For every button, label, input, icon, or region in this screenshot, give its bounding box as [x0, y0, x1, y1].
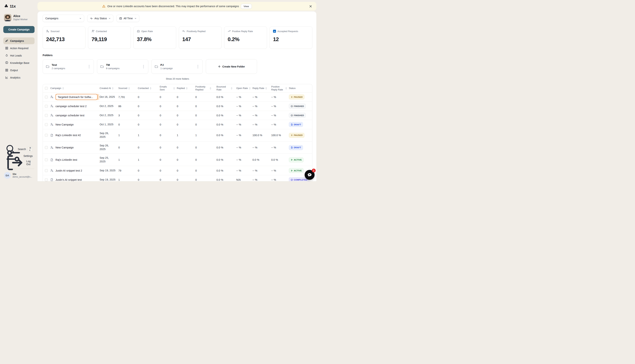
- campaign-filter-value: Campaigns: [45, 17, 58, 20]
- row-checkbox[interactable]: [45, 96, 48, 98]
- positively-replied-value: 0: [195, 169, 215, 172]
- sidebar-item-action-required[interactable]: Action Required: [3, 45, 35, 52]
- row-checkbox[interactable]: [45, 178, 48, 181]
- column-header-positive-reply-rate[interactable]: Positive Reply Rate: [271, 85, 289, 91]
- stat-value: 0.2%: [228, 36, 264, 42]
- emails-sent-value: 0: [160, 158, 175, 161]
- positively-replied-value: 0: [195, 158, 215, 161]
- column-header-open-rate[interactable]: Open Rate: [236, 87, 253, 90]
- account-org: 11x: [13, 173, 32, 176]
- sidebar-item-hot-leads[interactable]: Hot Leads: [3, 52, 35, 59]
- campaign-name-input[interactable]: [56, 94, 98, 100]
- stat-label: Positively Replied: [187, 30, 205, 33]
- table-row[interactable]: Raj's LinkedIn testSep 25, 2025110000.0 …: [43, 154, 312, 166]
- folder-card-tm[interactable]: TM 8 campaigns: [97, 59, 148, 74]
- create-campaign-button[interactable]: Create Campaign: [3, 26, 35, 33]
- column-header-contacted[interactable]: Contacted: [138, 87, 160, 90]
- positively-replied-value: 0: [195, 96, 215, 98]
- table-row[interactable]: campaign scheduler test 2Oct 2, 20258600…: [43, 102, 312, 111]
- contacted-value: 0: [138, 105, 158, 108]
- row-checkbox[interactable]: [45, 114, 48, 117]
- contacted-value: 0: [138, 178, 158, 181]
- worker-role: Digital Worker: [13, 18, 28, 21]
- create-new-folder-button[interactable]: Create New Folder: [206, 59, 257, 74]
- emails-sent-value: 0: [160, 146, 175, 149]
- row-checkbox[interactable]: [45, 146, 48, 149]
- table-row[interactable]: Raj's LinkedIn test #2Sep 26, 2025110110…: [43, 129, 312, 142]
- column-header-reply-rate[interactable]: Reply Rate: [253, 87, 271, 90]
- open-rate-value: -- %: [236, 158, 251, 161]
- folder-menu-button[interactable]: [141, 64, 145, 69]
- linkedin-warning-banner: One or more LinkedIn accounts have been …: [38, 2, 316, 11]
- time-filter-dropdown[interactable]: All Time: [116, 15, 139, 22]
- column-header-replied[interactable]: Replied: [177, 87, 195, 90]
- logo-text: 11x: [10, 4, 16, 8]
- status-badge: FINISHED: [289, 104, 306, 108]
- table-body: Oct 16, 20257,79100000.0 %-- %-- %-- %PA…: [43, 92, 312, 181]
- table-row[interactable]: New CampaignSep 26, 2025000000.0 %-- %--…: [43, 142, 312, 154]
- reply-rate-value: -- %: [253, 169, 270, 172]
- row-checkbox[interactable]: [45, 158, 48, 161]
- bounced-rate-value: 0.0 %: [217, 158, 235, 161]
- table-row[interactable]: Justin's AI snippet testSep 19, 20251000…: [43, 175, 312, 181]
- created-at-value: Oct 1, 2025: [100, 123, 117, 126]
- positive-reply-rate-value: -- %: [271, 123, 287, 126]
- linkedin-icon: in: [273, 30, 276, 33]
- person-search-icon: [50, 114, 54, 117]
- campaign-filter-dropdown[interactable]: Campaigns: [43, 15, 84, 22]
- banner-close-button[interactable]: [309, 4, 312, 8]
- row-checkbox[interactable]: [45, 105, 48, 108]
- folder-card-test[interactable]: Test 2 campaigns: [43, 59, 94, 74]
- positive-reply-rate-value: -- %: [271, 169, 287, 172]
- kebab-icon: [197, 65, 198, 68]
- folder-menu-button[interactable]: [87, 64, 91, 69]
- campaign-name-edit-highlight: [56, 94, 98, 100]
- status-filter-dropdown[interactable]: Any Status: [87, 15, 113, 22]
- show-more-folders-link[interactable]: Show 20 more folders: [43, 78, 312, 80]
- open-rate-value: -- %: [236, 146, 251, 149]
- sidebar-item-knowledge-base[interactable]: Knowledge Base: [3, 60, 35, 66]
- column-header-positively-replied[interactable]: Positively Replied: [195, 85, 217, 91]
- created-at-value: Oct 2, 2025: [100, 114, 117, 117]
- chat-notification-badge: 1: [312, 168, 316, 172]
- reply-rate-value: -- %: [253, 123, 270, 126]
- chart-icon: [5, 76, 8, 79]
- replied-value: 0: [177, 178, 194, 181]
- stat-value: 37.8%: [137, 36, 173, 42]
- column-header-bounced-rate[interactable]: Bounced Rate: [217, 85, 236, 91]
- positive-reply-rate-value: -- %: [271, 105, 287, 108]
- sidebar-item-campaigns[interactable]: Campaigns: [3, 38, 35, 44]
- sidebar-item-output[interactable]: Output: [3, 67, 35, 74]
- column-header-created-at[interactable]: Created At: [100, 87, 118, 90]
- column-header-emails-sent[interactable]: Emails Sent: [160, 85, 177, 91]
- select-all-checkbox[interactable]: [45, 87, 48, 90]
- banner-view-button[interactable]: View: [241, 4, 252, 9]
- account-switcher[interactable]: DA 11x demo_account@s...: [4, 172, 35, 179]
- folder-card-pj[interactable]: PJ 1 campaign: [151, 59, 203, 74]
- folders-row: Test 2 campaigns TM 8 campaigns: [43, 59, 312, 74]
- emails-sent-value: 0: [160, 178, 175, 181]
- sidebar: 11x Alice Digital Worker Create Campaign…: [0, 0, 37, 182]
- table-row[interactable]: campaign scheduler testOct 2, 2025300000…: [43, 111, 312, 120]
- column-header-campaign[interactable]: Campaign: [50, 87, 100, 90]
- table-row[interactable]: Oct 16, 20257,79100000.0 %-- %-- %-- %PA…: [43, 92, 312, 102]
- positively-replied-value: 0: [195, 146, 215, 149]
- table-row[interactable]: New CampaignOct 1, 2025000000.0 %-- %-- …: [43, 120, 312, 129]
- table-row[interactable]: Justin AI snippet test 2Sep 19, 20257900…: [43, 166, 312, 175]
- folder-menu-button[interactable]: [196, 64, 200, 69]
- sidebar-item-analytics[interactable]: Analytics: [3, 74, 35, 81]
- created-at-value: Oct 16, 2025: [100, 95, 117, 99]
- created-at-value: Sep 19, 2025: [100, 178, 117, 181]
- row-checkbox[interactable]: [45, 123, 48, 126]
- settings-label: Settings: [23, 154, 33, 158]
- sourced-value: 7,791: [118, 96, 136, 98]
- sidebar-item-logout[interactable]: Log Out: [3, 159, 35, 166]
- contacted-value: 0: [138, 123, 158, 126]
- column-header-sourced[interactable]: Sourced: [118, 87, 138, 90]
- row-checkbox[interactable]: [45, 134, 48, 137]
- stat-card-positively-replied: Positively Replied 147: [179, 26, 222, 49]
- row-checkbox[interactable]: [45, 169, 48, 172]
- banner-message: One or more LinkedIn accounts have been …: [107, 5, 239, 8]
- logout-label: Log Out: [26, 160, 33, 166]
- calendar-icon: [119, 17, 122, 20]
